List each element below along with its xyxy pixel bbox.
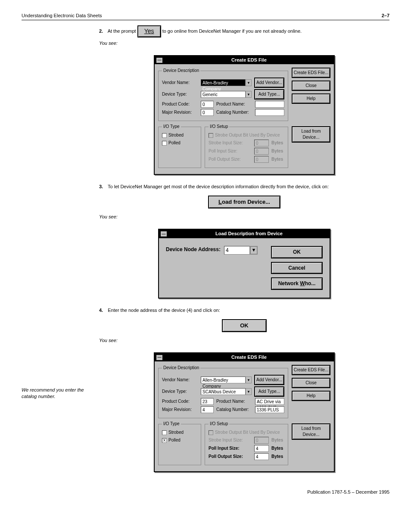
io-type-group-2: I/O Type Strobed XPolled xyxy=(158,421,201,465)
network-who-button[interactable]: Network Who... xyxy=(271,277,323,290)
device-type-combo[interactable]: Generic xyxy=(201,91,246,98)
load-from-device-button[interactable]: Load from Device... xyxy=(292,126,330,143)
dialog2-title: Load Description from Device xyxy=(170,230,328,237)
dropdown-icon[interactable]: ▼ xyxy=(246,91,252,98)
load-description-dialog: — Load Description from Device Device No… xyxy=(158,229,330,299)
close-button[interactable]: Close xyxy=(292,81,330,91)
strobe-bit-checkbox xyxy=(209,133,213,138)
dialog3-title: Create EDS File xyxy=(166,354,332,361)
step4-desc: Enter the node address of the device (4)… xyxy=(108,308,220,313)
close-button-2[interactable]: Close xyxy=(292,378,330,388)
sysmenu-icon[interactable]: — xyxy=(161,231,167,236)
see-text-1: You see: xyxy=(99,40,389,47)
io-setup-group: I/O Setup Strobe Output Bit Used By Devi… xyxy=(205,124,288,168)
catalog-number-label: Catalog Number: xyxy=(216,109,252,115)
vendor-name-label-2: Vendor Name: xyxy=(162,377,198,383)
dialog3-row: We recommend you enter the catalog numbe… xyxy=(22,352,389,472)
create-eds-file-button[interactable]: Create EDS File... xyxy=(292,68,330,78)
dropdown-icon[interactable]: ▼ xyxy=(246,388,252,395)
device-description-group: Device Description Vendor Name: Allen-Br… xyxy=(158,68,288,121)
dropdown-icon[interactable]: ▼ xyxy=(250,246,258,255)
page-header: Understanding Electronic Data Sheets 2–7 xyxy=(22,13,389,20)
catalog-number-input[interactable] xyxy=(255,109,284,116)
add-type-button[interactable]: Add Type... xyxy=(254,89,284,100)
step3-desc: To let DeviceNet Manager get most of the… xyxy=(108,184,329,189)
product-code-input-2[interactable]: 23 xyxy=(201,398,214,405)
step3-num: 3. xyxy=(99,184,103,189)
header-left: Understanding Electronic Data Sheets xyxy=(22,13,102,18)
dropdown-icon[interactable]: ▼ xyxy=(246,376,252,383)
major-revision-input[interactable]: 0 xyxy=(201,109,214,116)
sysmenu-icon[interactable]: — xyxy=(156,355,162,360)
step2-num: 2. xyxy=(99,28,103,34)
ok-button[interactable]: OK xyxy=(271,246,323,258)
see-text-3: You see: xyxy=(99,337,389,344)
major-revision-label-2: Major Revision: xyxy=(162,407,198,413)
product-code-label: Product Code: xyxy=(162,101,198,107)
dialog2-row: — Load Description from Device Device No… xyxy=(22,229,389,299)
poll-input-size: 0 xyxy=(254,148,269,155)
io-setup-group-2: I/O Setup Strobe Output Bit Used By Devi… xyxy=(205,421,288,465)
sysmenu-icon[interactable]: — xyxy=(156,58,162,63)
dialog2-titlebar: — Load Description from Device xyxy=(159,230,330,238)
add-vendor-button-2[interactable]: Add Vendor... xyxy=(254,375,284,385)
dialog1-row: — Create EDS File Device Description Ven… xyxy=(22,55,389,175)
product-name-input[interactable] xyxy=(255,101,284,108)
step-4: 4. Enter the node address of the device … xyxy=(22,307,389,344)
catalog-note: We recommend you enter the catalog numbe… xyxy=(22,387,92,400)
add-type-button-2[interactable]: Add Type... xyxy=(254,386,284,397)
dialog1-title: Create EDS File xyxy=(166,57,332,63)
product-name-input-2[interactable]: AC Drive via 1203-GK5 xyxy=(255,398,284,405)
help-button[interactable]: Help xyxy=(292,93,330,104)
create-eds-file-button-2[interactable]: Create EDS File... xyxy=(292,365,330,375)
product-name-label-2: Product Name: xyxy=(216,398,252,404)
help-button-2[interactable]: Help xyxy=(292,391,330,401)
io-type-group: I/O Type Strobed Polled xyxy=(158,124,201,168)
step-3: 3. To let DeviceNet Manager get most of … xyxy=(22,184,389,220)
catalog-number-label-2: Catalog Number: xyxy=(216,407,252,413)
page-footer: Publication 1787-5.5 – December 1995 xyxy=(22,489,389,495)
dialog1-titlebar: — Create EDS File xyxy=(155,56,334,64)
polled-checkbox-2[interactable]: X xyxy=(162,438,167,443)
device-node-address-label: Device Node Address: xyxy=(166,246,221,253)
polled-checkbox[interactable] xyxy=(162,141,167,146)
device-node-address-input[interactable]: 4 xyxy=(224,246,250,255)
load-from-device-inline-button[interactable]: Load from Device... xyxy=(208,196,280,208)
device-type-label: Device Type: xyxy=(162,91,198,97)
cancel-button[interactable]: Cancel xyxy=(271,262,323,274)
product-name-label: Product Name: xyxy=(216,101,252,107)
device-description-group-2: Device Description Vendor Name: Allen-Br… xyxy=(158,365,288,418)
catalog-number-input-2[interactable]: 1336 PLUS xyxy=(255,406,284,413)
poll-output-size-2[interactable]: 4 xyxy=(254,453,269,460)
header-right: 2–7 xyxy=(382,13,389,18)
yes-button[interactable]: Yes xyxy=(137,25,161,37)
step2-pre: At the prompt xyxy=(108,28,137,34)
device-type-label-2: Device Type: xyxy=(162,389,198,395)
device-type-combo-2[interactable]: SCANbus Device xyxy=(201,388,246,395)
dropdown-icon[interactable]: ▼ xyxy=(246,79,252,86)
ok-inline-button[interactable]: OK xyxy=(222,319,267,332)
product-code-input[interactable]: 0 xyxy=(201,101,214,108)
strobed-checkbox-2[interactable] xyxy=(162,430,167,435)
vendor-name-combo-2[interactable]: Allen-Bradley Company xyxy=(201,376,246,383)
strobe-input-size: 0 xyxy=(254,140,269,146)
step2-desc: to go online from DeviceNet Manager if y… xyxy=(162,28,302,34)
strobe-bit-checkbox-2 xyxy=(209,430,213,435)
dialog3-titlebar: — Create EDS File xyxy=(155,353,334,361)
major-revision-input-2[interactable]: 4 xyxy=(201,406,214,413)
create-eds-dialog-1: — Create EDS File Device Description Ven… xyxy=(154,55,335,175)
major-revision-label: Major Revision: xyxy=(162,109,198,115)
product-code-label-2: Product Code: xyxy=(162,398,198,404)
vendor-name-combo[interactable]: Allen-Bradley Company xyxy=(201,79,246,86)
see-text-2: You see: xyxy=(99,214,389,220)
strobed-checkbox[interactable] xyxy=(162,133,167,138)
create-eds-dialog-2: — Create EDS File Device Description Ven… xyxy=(154,352,335,472)
strobe-input-size-2: 0 xyxy=(254,437,269,444)
step-2: 2. At the prompt Yes to go online from D… xyxy=(22,25,389,47)
step4-num: 4. xyxy=(99,308,103,313)
load-from-device-button-2[interactable]: Load from Device... xyxy=(292,423,330,440)
add-vendor-button[interactable]: Add Vendor... xyxy=(254,78,284,88)
vendor-name-label: Vendor Name: xyxy=(162,80,198,86)
poll-output-size: 0 xyxy=(254,156,269,163)
poll-input-size-2[interactable]: 4 xyxy=(254,445,269,452)
